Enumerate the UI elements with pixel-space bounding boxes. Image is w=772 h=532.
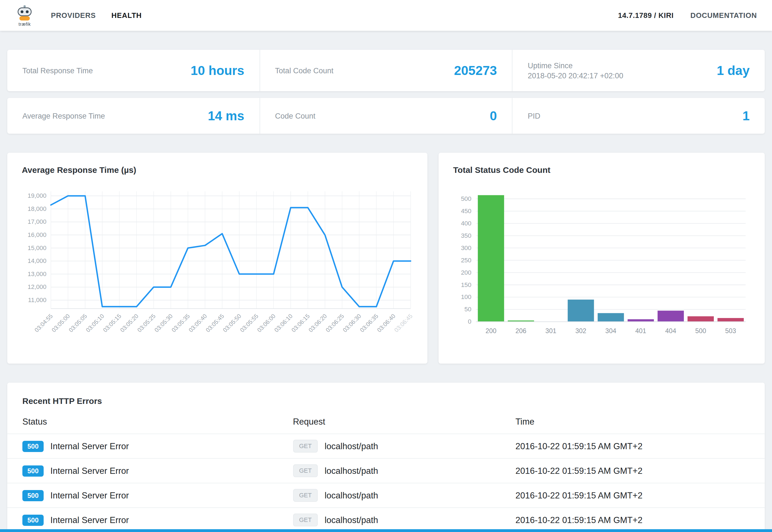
svg-text:300: 300 bbox=[461, 244, 471, 251]
svg-text:503: 503 bbox=[725, 327, 736, 335]
svg-text:03:05:40: 03:05:40 bbox=[187, 313, 208, 333]
svg-text:304: 304 bbox=[605, 327, 616, 335]
svg-text:200: 200 bbox=[461, 269, 471, 276]
version-label: 14.7.1789 / KIRI bbox=[618, 11, 674, 20]
navbar: træfik PROVIDERS HEALTH 14.7.1789 / KIRI… bbox=[0, 0, 772, 31]
svg-text:03:05:45: 03:05:45 bbox=[204, 313, 225, 333]
charts-row: Average Response Time (µs) 11,00012,0001… bbox=[7, 153, 765, 364]
error-time: 2016-10-22 01:59:15 AM GMT+2 bbox=[516, 441, 750, 451]
column-header-time: Time bbox=[516, 417, 750, 427]
svg-text:11,000: 11,000 bbox=[28, 296, 46, 303]
table-row: 500 Internal Server Error GET localhost/… bbox=[7, 507, 765, 532]
errors-table-body: 500 Internal Server Error GET localhost/… bbox=[7, 434, 765, 532]
errors-table-title: Recent HTTP Errors bbox=[7, 383, 765, 413]
column-header-request: Request bbox=[293, 417, 516, 427]
nav-item-documentation[interactable]: DOCUMENTATION bbox=[690, 11, 757, 20]
stat-total-response-time: Total Response Time 10 hours bbox=[7, 50, 259, 91]
svg-text:12,000: 12,000 bbox=[28, 283, 46, 290]
stat-label: Total Response Time bbox=[22, 66, 93, 75]
svg-text:206: 206 bbox=[516, 327, 526, 335]
status-text: Internal Server Error bbox=[50, 515, 129, 525]
table-row: 500 Internal Server Error GET localhost/… bbox=[7, 483, 765, 507]
error-time: 2016-10-22 01:59:15 AM GMT+2 bbox=[516, 515, 750, 525]
svg-text:03:04:55: 03:04:55 bbox=[33, 313, 54, 333]
nav-item-providers[interactable]: PROVIDERS bbox=[51, 11, 96, 20]
stat-label: Average Response Time bbox=[22, 112, 105, 120]
svg-text:19,000: 19,000 bbox=[28, 192, 46, 199]
status-text: Internal Server Error bbox=[50, 490, 129, 500]
stat-uptime-since: Uptime Since 2018-05-20 20:42:17 +02:00 … bbox=[512, 50, 765, 91]
svg-text:301: 301 bbox=[545, 327, 556, 335]
svg-text:03:06:20: 03:06:20 bbox=[307, 313, 328, 333]
main-content: Total Response Time 10 hours Total Code … bbox=[0, 31, 772, 532]
method-badge: GET bbox=[293, 514, 318, 526]
svg-text:03:05:05: 03:05:05 bbox=[67, 313, 88, 333]
stat-value: 1 bbox=[742, 108, 750, 123]
nav-item-health[interactable]: HEALTH bbox=[111, 11, 142, 20]
traefik-mascot-icon bbox=[15, 4, 34, 22]
errors-table-header: Status Request Time bbox=[7, 413, 765, 434]
svg-text:13,000: 13,000 bbox=[28, 270, 46, 277]
table-row: 500 Internal Server Error GET localhost/… bbox=[7, 434, 765, 458]
stat-value: 1 day bbox=[717, 63, 750, 78]
traefik-logo-text: træfik bbox=[18, 22, 31, 27]
svg-text:150: 150 bbox=[461, 281, 471, 288]
status-code-badge: 500 bbox=[22, 465, 44, 476]
method-badge: GET bbox=[293, 440, 318, 453]
svg-text:03:06:30: 03:06:30 bbox=[342, 313, 362, 333]
svg-text:03:05:50: 03:05:50 bbox=[222, 313, 242, 333]
response-time-chart-card: Average Response Time (µs) 11,00012,0001… bbox=[7, 153, 427, 364]
svg-text:03:05:55: 03:05:55 bbox=[239, 313, 260, 333]
svg-text:03:06:35: 03:06:35 bbox=[359, 313, 379, 333]
request-path: localhost/path bbox=[324, 515, 378, 525]
status-code-badge: 500 bbox=[22, 490, 44, 501]
primary-nav: PROVIDERS HEALTH bbox=[51, 11, 142, 20]
stat-label: Uptime Since bbox=[528, 61, 623, 70]
stat-label: Total Code Count bbox=[275, 66, 333, 75]
stat-pid: PID 1 bbox=[512, 98, 765, 134]
svg-text:03:05:35: 03:05:35 bbox=[170, 313, 191, 333]
table-row: 500 Internal Server Error GET localhost/… bbox=[7, 458, 765, 483]
stat-label: PID bbox=[528, 112, 540, 120]
stat-label: Code Count bbox=[275, 112, 315, 120]
svg-text:500: 500 bbox=[461, 195, 471, 202]
stat-value: 14 ms bbox=[208, 108, 244, 123]
chart-title-response-time: Average Response Time (µs) bbox=[22, 165, 413, 175]
svg-text:03:06:10: 03:06:10 bbox=[273, 313, 294, 333]
traefik-logo[interactable]: træfik bbox=[15, 4, 34, 27]
svg-text:03:05:15: 03:05:15 bbox=[102, 313, 123, 333]
svg-text:16,000: 16,000 bbox=[28, 231, 46, 238]
error-time: 2016-10-22 01:59:15 AM GMT+2 bbox=[516, 490, 750, 500]
svg-text:03:05:25: 03:05:25 bbox=[136, 313, 157, 333]
recent-http-errors-card: Recent HTTP Errors Status Request Time 5… bbox=[7, 383, 765, 532]
status-code-badge: 500 bbox=[22, 441, 44, 452]
svg-text:15,000: 15,000 bbox=[28, 244, 46, 251]
method-badge: GET bbox=[293, 489, 318, 502]
request-path: localhost/path bbox=[324, 466, 378, 476]
request-path: localhost/path bbox=[324, 441, 378, 451]
stat-average-response-time: Average Response Time 14 ms bbox=[7, 98, 259, 134]
stat-code-count: Code Count 0 bbox=[259, 98, 512, 134]
stats-row-totals: Total Response Time 10 hours Total Code … bbox=[7, 50, 765, 91]
svg-text:401: 401 bbox=[635, 327, 646, 335]
stats-row-current: Average Response Time 14 ms Code Count 0… bbox=[7, 98, 765, 134]
chart-title-status-codes: Total Status Code Count bbox=[453, 165, 750, 175]
svg-text:14,000: 14,000 bbox=[28, 257, 46, 264]
column-header-status: Status bbox=[22, 417, 293, 427]
svg-text:03:05:00: 03:05:00 bbox=[50, 313, 71, 333]
status-text: Internal Server Error bbox=[50, 441, 129, 451]
traefik-health-dashboard: træfik PROVIDERS HEALTH 14.7.1789 / KIRI… bbox=[0, 0, 772, 532]
stat-sublabel: 2018-05-20 20:42:17 +02:00 bbox=[528, 71, 623, 80]
stat-value: 205273 bbox=[454, 63, 497, 78]
svg-text:0: 0 bbox=[468, 318, 472, 325]
svg-text:17,000: 17,000 bbox=[28, 218, 46, 225]
svg-text:03:05:20: 03:05:20 bbox=[119, 313, 140, 333]
svg-text:404: 404 bbox=[665, 327, 676, 335]
svg-text:450: 450 bbox=[461, 208, 471, 215]
stat-value: 0 bbox=[490, 108, 497, 123]
error-time: 2016-10-22 01:59:15 AM GMT+2 bbox=[516, 466, 750, 476]
svg-text:302: 302 bbox=[575, 327, 586, 335]
svg-text:03:06:45: 03:06:45 bbox=[393, 313, 413, 333]
status-code-chart-card: Total Status Code Count 0501001502002503… bbox=[439, 153, 765, 364]
request-path: localhost/path bbox=[324, 490, 378, 500]
